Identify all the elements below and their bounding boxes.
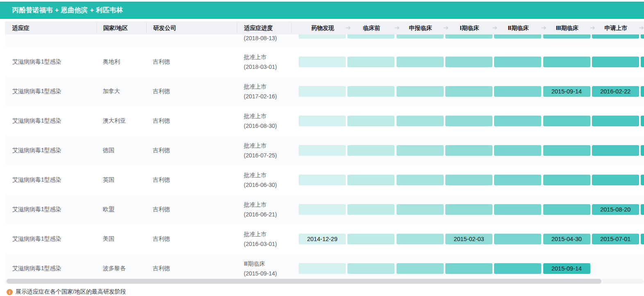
stage-bar[interactable]: 2015-02-03 xyxy=(445,234,492,244)
stage-bar[interactable] xyxy=(592,175,639,185)
stage-bar[interactable] xyxy=(494,86,541,97)
stage-bar[interactable] xyxy=(347,57,395,67)
stage-bar[interactable] xyxy=(445,145,492,156)
horizontal-scrollbar-track[interactable] xyxy=(5,279,644,284)
stage-bar[interactable]: 2015-09-14 xyxy=(543,263,590,274)
indication-cell: 艾滋病病毒1型感染 xyxy=(5,206,97,213)
stage-bar[interactable]: 2015-04-30 xyxy=(543,234,590,244)
stage-bar[interactable] xyxy=(397,116,444,126)
stage-bar[interactable] xyxy=(592,145,639,156)
stage-bar[interactable] xyxy=(445,34,492,39)
stage-bar[interactable] xyxy=(347,263,395,274)
stage-bar[interactable] xyxy=(445,263,492,274)
stage-bar[interactable] xyxy=(641,234,644,244)
stage-bar[interactable] xyxy=(543,34,590,39)
stage-bar[interactable]: 2014-12-29 xyxy=(299,234,346,244)
table-header-row: 适应症 国家/地区 研发公司 适应症进度 药物发现 ➔ 临床前 ➔ 申报临床 ➔… xyxy=(5,21,644,34)
drug-title-bar: 丙酚替诺福韦 + 恩曲他滨 + 利匹韦林 xyxy=(0,2,644,19)
table-row: 艾滋病病毒1型感染 澳大利亚 吉利德 批准上市 (2016-08-30) xyxy=(5,106,644,136)
stage-bar[interactable] xyxy=(641,34,644,39)
progress-cell: 批准上市 (2016-03-01) xyxy=(237,229,291,249)
stage-bar[interactable] xyxy=(641,116,644,126)
stage-bar[interactable] xyxy=(347,204,395,215)
progress-cell: 批准上市 (2018-03-01) xyxy=(237,52,291,72)
indication-cell: 艾滋病病毒1型感染 xyxy=(5,88,97,95)
stage-bar[interactable] xyxy=(397,86,444,97)
progress-date-label: (2015-09-14) xyxy=(244,269,291,278)
stage-bar[interactable] xyxy=(641,204,644,215)
stage-bar[interactable] xyxy=(445,57,492,67)
stage-column-header: Ⅰ期临床 ➔ xyxy=(445,23,494,33)
stage-bar[interactable] xyxy=(299,175,346,185)
stage-bar[interactable] xyxy=(641,57,644,67)
country-cell: 加拿大 xyxy=(97,88,146,95)
stage-bar[interactable] xyxy=(347,175,395,185)
progress-date-label: (2016-03-01) xyxy=(244,239,291,249)
pipeline-table: 适应症 国家/地区 研发公司 适应症进度 药物发现 ➔ 临床前 ➔ 申报临床 ➔… xyxy=(5,21,644,284)
stage-bar[interactable] xyxy=(543,175,590,185)
stage-bar[interactable] xyxy=(299,263,346,274)
stage-column-header: 申请上市 ➔ xyxy=(592,23,640,33)
stage-bar[interactable] xyxy=(347,145,395,156)
stage-bar[interactable] xyxy=(494,57,541,67)
stage-bar[interactable] xyxy=(347,34,395,39)
indication-cell: 艾滋病病毒1型感染 xyxy=(5,235,97,243)
stage-bar[interactable] xyxy=(397,263,444,274)
stage-bar[interactable] xyxy=(397,145,444,156)
stage-bar[interactable] xyxy=(347,234,395,244)
stage-bar[interactable] xyxy=(641,145,644,156)
indication-cell: 艾滋病病毒1型感染 xyxy=(5,117,97,125)
stage-bar[interactable] xyxy=(299,116,346,126)
stage-bar[interactable] xyxy=(299,86,346,97)
stage-bar[interactable] xyxy=(494,175,541,185)
stage-bar[interactable] xyxy=(397,204,444,215)
stage-column-header: Ⅲ期临床 ➔ xyxy=(542,23,591,33)
stage-header-row: 药物发现 ➔ 临床前 ➔ 申报临床 ➔ Ⅰ期临床 ➔ Ⅱ期临床 ➔ Ⅲ期临床 ➔… xyxy=(291,23,640,33)
stage-bar[interactable] xyxy=(494,34,541,39)
stage-bar[interactable] xyxy=(543,116,590,126)
stage-bar[interactable] xyxy=(299,145,346,156)
stage-bar[interactable] xyxy=(445,204,492,215)
footer-note-text: 展示适应症在各个国家/地区的最高研发阶段 xyxy=(16,288,126,296)
stage-bar[interactable] xyxy=(543,57,590,67)
stage-bar[interactable] xyxy=(347,86,395,97)
table-row: 艾滋病病毒1型感染 美国 吉利德 批准上市 (2016-03-01) 2014-… xyxy=(5,224,644,254)
stage-bar[interactable] xyxy=(397,234,444,244)
stage-bar[interactable]: 2016-02-22 xyxy=(592,86,639,97)
progress-cell: 批准上市 (2016-08-30) xyxy=(237,111,291,131)
country-cell: 欧盟 xyxy=(97,206,146,213)
stage-bar[interactable]: 2015-07-01 xyxy=(592,234,639,244)
stage-bar[interactable] xyxy=(397,34,444,39)
stage-bar[interactable] xyxy=(397,57,444,67)
stage-bars: 2015-09-14 xyxy=(291,263,591,274)
stage-bar[interactable] xyxy=(592,116,639,126)
stage-bar[interactable] xyxy=(299,204,346,215)
stage-bar[interactable] xyxy=(299,34,346,39)
progress-cell: Ⅲ期临床 (2015-09-14) xyxy=(237,259,291,278)
stage-bar[interactable] xyxy=(494,263,541,274)
company-cell: 吉利德 xyxy=(146,147,237,154)
stage-bars: 2015-08-20 xyxy=(291,204,644,215)
stage-bar[interactable] xyxy=(592,57,639,67)
stage-bar[interactable] xyxy=(347,116,395,126)
stage-bar[interactable] xyxy=(445,175,492,185)
stage-bar[interactable] xyxy=(543,145,590,156)
stage-bar[interactable] xyxy=(494,204,541,215)
stage-bar[interactable] xyxy=(641,86,644,97)
stage-bar[interactable]: 2015-09-14 xyxy=(543,86,590,97)
stage-bar[interactable] xyxy=(543,204,590,215)
company-cell: 吉利德 xyxy=(146,206,237,213)
stage-bar[interactable] xyxy=(445,86,492,97)
stage-bar[interactable]: 2015-08-20 xyxy=(592,204,639,215)
stage-bar[interactable] xyxy=(397,175,444,185)
stage-bar[interactable] xyxy=(592,34,639,39)
stage-bar[interactable] xyxy=(494,116,541,126)
stage-bar[interactable] xyxy=(494,234,541,244)
stage-bar[interactable] xyxy=(299,57,346,67)
stage-bar[interactable] xyxy=(494,145,541,156)
indication-cell: 艾滋病病毒1型感染 xyxy=(5,176,97,184)
indication-cell: 艾滋病病毒1型感染 xyxy=(5,147,97,154)
horizontal-scrollbar-thumb[interactable] xyxy=(7,279,601,284)
stage-bar[interactable] xyxy=(641,175,644,185)
stage-bar[interactable] xyxy=(445,116,492,126)
